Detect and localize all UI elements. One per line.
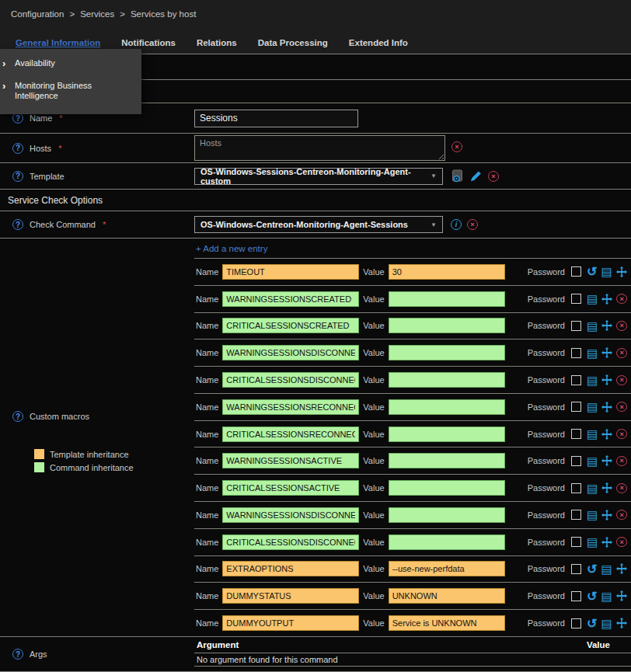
tab-general-information[interactable]: General Information: [16, 35, 100, 47]
macro-value-input[interactable]: [389, 318, 505, 333]
macro-description-icon[interactable]: ▤: [587, 483, 598, 493]
password-checkbox[interactable]: [571, 429, 581, 439]
macro-value-input[interactable]: [389, 534, 505, 550]
undo-icon[interactable]: ↺: [587, 591, 597, 601]
password-checkbox[interactable]: [571, 266, 581, 277]
move-icon[interactable]: [601, 402, 612, 413]
macro-value-input[interactable]: [389, 507, 505, 523]
move-icon[interactable]: [601, 455, 612, 466]
password-checkbox[interactable]: [571, 510, 581, 520]
macro-description-icon[interactable]: ▤: [587, 429, 598, 439]
macro-value-input[interactable]: [389, 427, 505, 442]
move-icon[interactable]: [616, 590, 627, 601]
breadcrumb-item-services[interactable]: Services: [80, 9, 114, 19]
password-checkbox[interactable]: [571, 294, 581, 304]
password-checkbox[interactable]: [571, 618, 581, 628]
menu-item-availability[interactable]: › Availability: [0, 52, 141, 75]
macro-value-input[interactable]: [389, 372, 505, 388]
move-icon[interactable]: [601, 320, 612, 331]
delete-check-command-icon[interactable]: ×: [467, 219, 478, 230]
move-icon[interactable]: [616, 618, 627, 628]
menu-item-monitoring-business-intelligence[interactable]: › Monitoring Business Intelligence: [0, 75, 141, 107]
hosts-input[interactable]: [194, 135, 445, 161]
password-checkbox[interactable]: [571, 348, 581, 358]
password-checkbox[interactable]: [571, 456, 581, 466]
macro-name-input[interactable]: [222, 480, 359, 496]
macro-description-icon[interactable]: ▤: [601, 564, 612, 574]
help-icon[interactable]: ?: [12, 219, 23, 230]
macro-description-icon[interactable]: ▤: [587, 402, 598, 412]
macro-description-icon[interactable]: ▤: [587, 294, 598, 304]
macro-name-input[interactable]: [222, 318, 359, 333]
view-template-icon[interactable]: [451, 169, 464, 183]
help-icon[interactable]: ?: [12, 411, 23, 422]
delete-macro-icon[interactable]: ×: [616, 510, 627, 520]
macro-name-input[interactable]: [222, 291, 359, 307]
macro-description-icon[interactable]: ▤: [587, 537, 598, 547]
move-icon[interactable]: [616, 266, 627, 277]
macro-name-input[interactable]: [222, 264, 359, 280]
macro-value-input[interactable]: [389, 588, 505, 604]
macro-description-icon[interactable]: ▤: [587, 456, 598, 466]
name-input[interactable]: [194, 110, 358, 127]
move-icon[interactable]: [601, 482, 612, 493]
password-checkbox[interactable]: [571, 537, 581, 547]
macro-description-icon[interactable]: ▤: [601, 591, 612, 601]
move-icon[interactable]: [601, 537, 612, 548]
move-icon[interactable]: [601, 374, 612, 385]
macro-description-icon[interactable]: ▤: [587, 375, 598, 385]
help-icon[interactable]: ?: [12, 171, 23, 182]
undo-icon[interactable]: ↺: [587, 564, 597, 574]
tab-relations[interactable]: Relations: [197, 35, 237, 47]
breadcrumb-item-configuration[interactable]: Configuration: [11, 9, 64, 19]
help-icon[interactable]: ?: [12, 113, 23, 124]
delete-template-icon[interactable]: ×: [488, 171, 499, 182]
info-icon[interactable]: i: [451, 219, 462, 230]
move-icon[interactable]: [601, 294, 612, 305]
macro-name-input[interactable]: [222, 507, 359, 523]
macro-value-input[interactable]: [389, 399, 505, 415]
undo-icon[interactable]: ↺: [587, 266, 597, 277]
password-checkbox[interactable]: [571, 321, 581, 331]
delete-macro-icon[interactable]: ×: [616, 537, 627, 547]
delete-macro-icon[interactable]: ×: [616, 294, 627, 304]
delete-macro-icon[interactable]: ×: [616, 348, 627, 358]
delete-macro-icon[interactable]: ×: [616, 375, 627, 385]
macro-description-icon[interactable]: ▤: [587, 321, 598, 331]
move-icon[interactable]: [601, 510, 612, 521]
help-icon[interactable]: ?: [12, 649, 23, 660]
macro-description-icon[interactable]: ▤: [601, 618, 612, 628]
clear-hosts-icon[interactable]: ×: [451, 141, 462, 152]
macro-value-input[interactable]: [389, 561, 505, 576]
macro-value-input[interactable]: [389, 480, 505, 496]
macro-description-icon[interactable]: ▤: [587, 348, 598, 358]
tab-notifications[interactable]: Notifications: [121, 35, 176, 47]
password-checkbox[interactable]: [571, 402, 581, 412]
add-new-entry-link[interactable]: + Add a new entry: [194, 239, 631, 259]
password-checkbox[interactable]: [571, 591, 581, 601]
macro-name-input[interactable]: [222, 453, 359, 468]
tab-data-processing[interactable]: Data Processing: [258, 35, 328, 47]
macro-name-input[interactable]: [222, 588, 359, 604]
macro-name-input[interactable]: [222, 534, 359, 550]
delete-macro-icon[interactable]: ×: [616, 429, 627, 439]
undo-icon[interactable]: ↺: [587, 618, 597, 628]
template-select[interactable]: OS-Windows-Sessions-Centreon-Monitoring-…: [194, 168, 443, 185]
edit-pencil-icon[interactable]: [469, 169, 483, 183]
macro-value-input[interactable]: [389, 264, 505, 280]
help-icon[interactable]: ?: [12, 143, 23, 154]
move-icon[interactable]: [601, 429, 612, 440]
macro-description-icon[interactable]: ▤: [601, 266, 612, 277]
tab-extended-info[interactable]: Extended Info: [349, 35, 408, 47]
delete-macro-icon[interactable]: ×: [616, 456, 627, 466]
macro-name-input[interactable]: [222, 372, 359, 388]
macro-name-input[interactable]: [222, 427, 359, 442]
move-icon[interactable]: [601, 347, 612, 358]
breadcrumb-item-services-by-host[interactable]: Services by host: [131, 9, 196, 19]
macro-value-input[interactable]: [389, 615, 505, 631]
delete-macro-icon[interactable]: ×: [616, 321, 627, 331]
macro-value-input[interactable]: [389, 291, 505, 307]
move-icon[interactable]: [616, 563, 627, 574]
macro-name-input[interactable]: [222, 615, 359, 631]
macro-name-input[interactable]: [222, 345, 359, 360]
